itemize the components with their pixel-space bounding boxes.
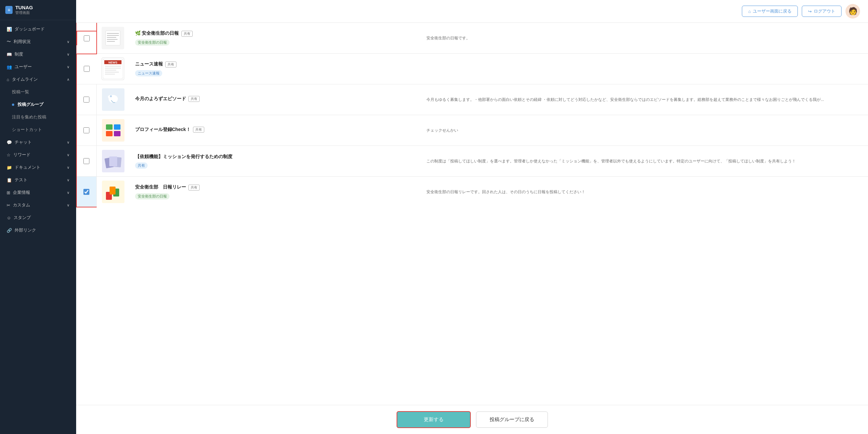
avatar: 🧑	[845, 4, 860, 19]
checkbox-cell-3	[76, 85, 96, 115]
sidebar-nav: 📊 ダッシュボード 〜 利用状況 ∨ 📖 制度 ∨ 👥 ユーザー ∨ ⌂ タイム…	[0, 20, 76, 434]
sidebar: ≡ TUNAG 管理画面 📊 ダッシュボード 〜 利用状況 ∨ 📖 制度 ∨ 👥…	[0, 0, 76, 434]
chevron-icon: ∨	[67, 40, 69, 44]
back-to-post-groups-button[interactable]: 投稿グループに戻る	[476, 411, 548, 428]
info-cell-6: 安全衛生部 日報リレー 共有 安全衛生部の日報	[130, 177, 421, 207]
custom-icon: ✂	[7, 203, 10, 208]
stamp-icon: ☺	[7, 215, 11, 220]
desc-cell-5: この制度は「投稿してほしい制度」を選べます。管理者しか使えなかった「ミッション機…	[421, 146, 868, 177]
row5-checkbox[interactable]	[84, 158, 89, 164]
item-name-6: 安全衛生部 日報リレー 共有	[135, 184, 416, 190]
svg-text:NEWS: NEWS	[108, 61, 118, 64]
chat-icon: 💬	[7, 140, 12, 145]
table-row: NEWS ニュース速報 共有	[76, 54, 868, 85]
shared-badge-3: 共有	[188, 96, 199, 102]
item-tag-1: 安全衛生部の日報	[135, 39, 169, 46]
sidebar-item-chat[interactable]: 💬 チャット ∨	[0, 136, 76, 148]
svg-rect-19	[103, 121, 123, 140]
thumbnail-mission	[102, 150, 124, 172]
sidebar-item-post-groups[interactable]: 投稿グループ	[0, 98, 76, 111]
logout-button[interactable]: ↪ ログアウト	[802, 6, 841, 17]
topbar: ⌂ ユーザー画面に戻る ↪ ログアウト 🧑	[76, 0, 868, 23]
svg-rect-31	[110, 187, 116, 195]
info-cell-1: 🌿 安全衛生部の日報 共有 安全衛生部の日報	[130, 23, 421, 54]
sidebar-item-document[interactable]: 📁 ドキュメント ∨	[0, 161, 76, 174]
thumbnail-diary	[102, 27, 124, 49]
external-link-icon: 🔗	[7, 228, 12, 233]
item-name-1: 🌿 安全衛生部の日報 共有	[135, 30, 416, 36]
info-cell-3: 今月のよろずエピソード 共有	[130, 85, 421, 115]
app-title: TUNAG	[15, 5, 33, 10]
shared-badge-1: 共有	[181, 31, 193, 37]
sidebar-item-reward[interactable]: ☆ リワード ∨	[0, 148, 76, 161]
sidebar-item-test[interactable]: 📋 テスト ∨	[0, 174, 76, 186]
system-icon: 📖	[7, 52, 12, 57]
sidebar-item-timeline[interactable]: ⌂ タイムライン ∧	[0, 73, 76, 86]
info-cell-2: ニュース速報 共有 ニュース速報	[130, 54, 421, 85]
row4-checkbox[interactable]	[84, 127, 89, 133]
sidebar-item-custom[interactable]: ✂ カスタム ∨	[0, 199, 76, 211]
chevron-icon: ∨	[67, 140, 69, 144]
logo-icon: ≡	[5, 6, 12, 14]
table-row: 【依頼機能】ミッションを発行するための制度 共有 この制度は「投稿してほしい制度…	[76, 146, 868, 177]
sidebar-item-dashboard[interactable]: 📊 ダッシュボード	[0, 23, 76, 35]
checkbox-cell-5	[76, 146, 96, 177]
svg-rect-20	[106, 124, 113, 130]
company-icon: ⊞	[7, 190, 10, 195]
content-area: 🌿 安全衛生部の日報 共有 安全衛生部の日報 安全衛生部の日報です。	[76, 23, 868, 405]
test-icon: 📋	[7, 178, 12, 182]
chevron-icon: ∨	[67, 65, 69, 69]
sidebar-item-company[interactable]: ⊞ 企業情報 ∨	[0, 186, 76, 199]
sidebar-item-usage[interactable]: 〜 利用状況 ∨	[0, 35, 76, 48]
checkbox-cell-6	[76, 177, 96, 207]
bottom-bar: 更新する 投稿グループに戻る	[76, 405, 868, 434]
svg-rect-21	[114, 124, 121, 130]
thumb-cell-1	[96, 23, 130, 54]
thumbnail-news: NEWS	[102, 58, 124, 80]
update-button[interactable]: 更新する	[397, 411, 471, 428]
checkbox-cell-2	[76, 54, 96, 85]
svg-rect-22	[106, 131, 113, 136]
svg-point-18	[110, 95, 112, 97]
chevron-icon: ∨	[67, 153, 69, 157]
thumbnail-check	[102, 119, 124, 141]
chevron-up-icon: ∧	[67, 77, 69, 82]
app-subtitle: 管理画面	[15, 10, 33, 15]
item-name-5: 【依頼機能】ミッションを発行するための制度	[135, 154, 416, 160]
desc-cell-6: 安全衛生部の日報リレーです。回された人は、その日のうちに日報を投稿してください！	[421, 177, 868, 207]
sidebar-item-stamp[interactable]: ☺ スタンプ	[0, 211, 76, 224]
svg-rect-27	[109, 157, 117, 166]
item-tag-6: 安全衛生部の日報	[135, 193, 169, 199]
user-screen-button[interactable]: ⌂ ユーザー画面に戻る	[742, 6, 798, 17]
thumbnail-relay	[102, 180, 124, 203]
chevron-icon: ∨	[67, 191, 69, 195]
sidebar-item-external[interactable]: 🔗 外部リンク	[0, 224, 76, 236]
item-name-3: 今月のよろずエピソード 共有	[135, 96, 416, 102]
chevron-icon: ∨	[67, 203, 69, 207]
item-tag-5: 共有	[135, 162, 148, 169]
svg-rect-1	[105, 31, 120, 45]
sidebar-item-featured[interactable]: 注目を集めた投稿	[0, 111, 76, 123]
row2-checkbox[interactable]	[84, 66, 90, 72]
table-row: 今月のよろずエピソード 共有 今月もゆるく募集します。・他部署からの面白い依頼と…	[76, 85, 868, 115]
thumb-cell-2: NEWS	[96, 54, 130, 85]
desc-cell-4: チェックせんかい	[421, 115, 868, 146]
sidebar-header: ≡ TUNAG 管理画面	[0, 0, 76, 20]
sidebar-item-system[interactable]: 📖 制度 ∨	[0, 48, 76, 61]
sidebar-item-posts[interactable]: 投稿一覧	[0, 86, 76, 98]
thumb-cell-6	[96, 177, 130, 207]
desc-cell-2	[421, 54, 868, 85]
chevron-icon: ∨	[67, 178, 69, 182]
chevron-icon: ∨	[67, 52, 69, 57]
row6-checkbox[interactable]	[84, 189, 89, 195]
thumb-cell-4	[96, 115, 130, 146]
shared-badge-2: 共有	[165, 62, 177, 67]
item-name-2: ニュース速報 共有	[135, 61, 416, 67]
sidebar-item-shortcuts[interactable]: ショートカット	[0, 123, 76, 136]
row3-checkbox[interactable]	[84, 97, 89, 103]
svg-rect-23	[114, 131, 121, 136]
desc-cell-3: 今月もゆるく募集します。・他部署からの面白い依頼とその経緯 ・依頼に対してどう対…	[421, 85, 868, 115]
thumb-cell-3	[96, 85, 130, 115]
sidebar-item-users[interactable]: 👥 ユーザー ∨	[0, 61, 76, 73]
row1-checkbox[interactable]	[84, 35, 90, 41]
